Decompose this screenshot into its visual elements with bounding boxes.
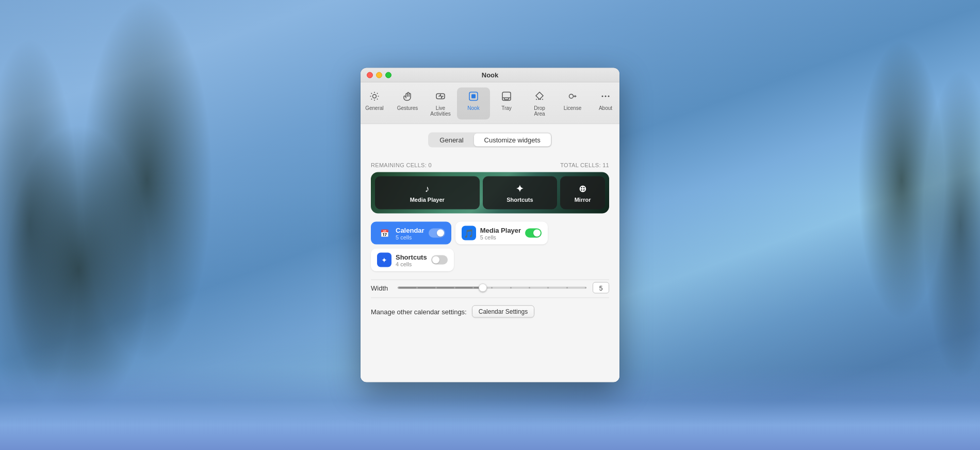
tick-9: [547, 287, 549, 288]
segment-customize[interactable]: Customize widgets: [474, 134, 551, 147]
calendar-name: Calendar: [396, 226, 424, 234]
content-area: General Customize widgets REMAINING CELL…: [361, 124, 619, 382]
calendar-settings-button[interactable]: Calendar Settings: [472, 306, 534, 318]
live-activities-label: Live Activities: [430, 105, 451, 117]
gear-icon: [369, 91, 380, 104]
media-player-cells: 5 cells: [480, 234, 521, 240]
toolbar-item-about[interactable]: About: [589, 88, 619, 120]
nook-icon: [468, 91, 479, 104]
widget-chip-shortcuts[interactable]: ✦ Shortcuts 4 cells: [371, 249, 454, 271]
app-window: Nook General Gestures: [361, 68, 619, 382]
shortcuts-name: Shortcuts: [396, 253, 427, 261]
calendar-toggle-thumb: [437, 230, 444, 237]
toolbar-item-nook[interactable]: Nook: [457, 88, 490, 120]
license-label: License: [564, 105, 581, 111]
traffic-lights: [367, 72, 391, 78]
widget-items: ♪ Media Player ✦ Shortcuts ⊕ Mirror: [371, 172, 609, 214]
segment-control: General Customize widgets: [428, 133, 551, 148]
preview-shortcuts-label: Shortcuts: [507, 197, 533, 203]
calendar-settings-row: Manage other calendar settings: Calendar…: [371, 306, 609, 318]
toolbar-item-tray[interactable]: Tray: [490, 88, 523, 120]
slider-thumb: [479, 284, 487, 292]
calendar-settings-label: Manage other calendar settings:: [371, 308, 467, 315]
toolbar: General Gestures Live Activities: [361, 83, 619, 124]
maximize-button[interactable]: [385, 72, 391, 78]
widget-chip-calendar[interactable]: 📅 Calendar 5 cells: [371, 222, 451, 245]
shortcuts-toggle-thumb: [432, 256, 439, 264]
minimize-button[interactable]: [376, 72, 382, 78]
tray-icon: [501, 91, 512, 104]
preview-shortcuts[interactable]: ✦ Shortcuts: [483, 176, 558, 210]
shortcuts-icon: ✦: [516, 183, 524, 195]
segment-general[interactable]: General: [429, 134, 473, 147]
titlebar: Nook: [361, 68, 619, 83]
media-toggle-thumb: [533, 230, 541, 237]
width-label: Width: [371, 284, 391, 292]
svg-point-8: [608, 95, 610, 97]
toolbar-item-general[interactable]: General: [361, 88, 391, 120]
tick-3: [435, 287, 437, 288]
tick-1: [398, 287, 399, 288]
widget-list: 📅 Calendar 5 cells 🎵 Media Player 5 cell…: [371, 222, 609, 271]
tick-5: [472, 287, 474, 288]
widget-chip-media-player[interactable]: 🎵 Media Player 5 cells: [455, 222, 548, 245]
svg-rect-4: [502, 92, 511, 101]
toolbar-item-live-activities[interactable]: Live Activities: [424, 88, 457, 120]
tick-7: [510, 287, 512, 288]
svg-point-7: [605, 95, 607, 97]
hand-icon: [402, 91, 413, 104]
drop-area-label: Drop Area: [529, 105, 550, 117]
preview-media-player[interactable]: ♪ Media Player: [375, 176, 480, 210]
media-player-name: Media Player: [480, 226, 521, 234]
shortcuts-toggle[interactable]: [431, 255, 448, 265]
calendar-info: Calendar 5 cells: [396, 226, 424, 240]
gestures-label: Gestures: [397, 105, 418, 111]
tick-2: [416, 287, 418, 288]
about-label: About: [599, 105, 612, 111]
preview-mirror[interactable]: ⊕ Mirror: [560, 176, 605, 210]
toolbar-item-gestures[interactable]: Gestures: [391, 88, 424, 120]
svg-point-6: [602, 95, 603, 97]
calendar-cells: 5 cells: [396, 234, 424, 240]
tick-8: [529, 287, 530, 288]
svg-rect-3: [471, 94, 476, 99]
calendar-icon: 📅: [377, 226, 391, 240]
width-row: Width 5: [371, 280, 609, 298]
tick-10: [566, 287, 568, 288]
tick-6: [491, 287, 493, 288]
media-info: Media Player 5 cells: [480, 226, 521, 240]
media-player-icon: 🎵: [462, 226, 476, 240]
tray-label: Tray: [501, 105, 512, 111]
widget-preview: ♪ Media Player ✦ Shortcuts ⊕ Mirror: [371, 172, 609, 214]
close-button[interactable]: [367, 72, 373, 78]
mirror-icon: ⊕: [579, 183, 586, 195]
svg-point-5: [569, 94, 574, 99]
ellipsis-icon: [600, 91, 611, 104]
cells-info: REMAINING CELLS: 0 TOTAL CELLS: 11: [371, 162, 609, 168]
shortcuts-cells: 4 cells: [396, 261, 427, 267]
width-value[interactable]: 5: [593, 282, 609, 294]
music-icon: ♪: [425, 183, 430, 194]
shortcuts-info: Shortcuts 4 cells: [396, 253, 427, 267]
toolbar-item-drop-area[interactable]: Drop Area: [523, 88, 556, 120]
toolbar-item-license[interactable]: License: [556, 88, 589, 120]
tick-4: [454, 287, 455, 288]
tick-11: [585, 287, 586, 288]
total-cells: TOTAL CELLS: 11: [560, 162, 609, 168]
preview-mirror-label: Mirror: [575, 197, 591, 203]
slider-ticks: [398, 287, 586, 288]
activity-icon: [435, 91, 446, 104]
drop-icon: [534, 91, 545, 104]
calendar-toggle[interactable]: [429, 229, 445, 238]
general-label: General: [365, 105, 384, 111]
window-title: Nook: [482, 71, 499, 79]
preview-media-label: Media Player: [410, 196, 445, 202]
key-icon: [567, 91, 578, 104]
shortcuts-app-icon: ✦: [377, 253, 391, 267]
nook-label: Nook: [467, 105, 479, 111]
media-player-toggle[interactable]: [525, 229, 542, 238]
remaining-cells: REMAINING CELLS: 0: [371, 162, 432, 168]
width-slider[interactable]: [398, 287, 586, 289]
svg-point-0: [373, 94, 377, 98]
